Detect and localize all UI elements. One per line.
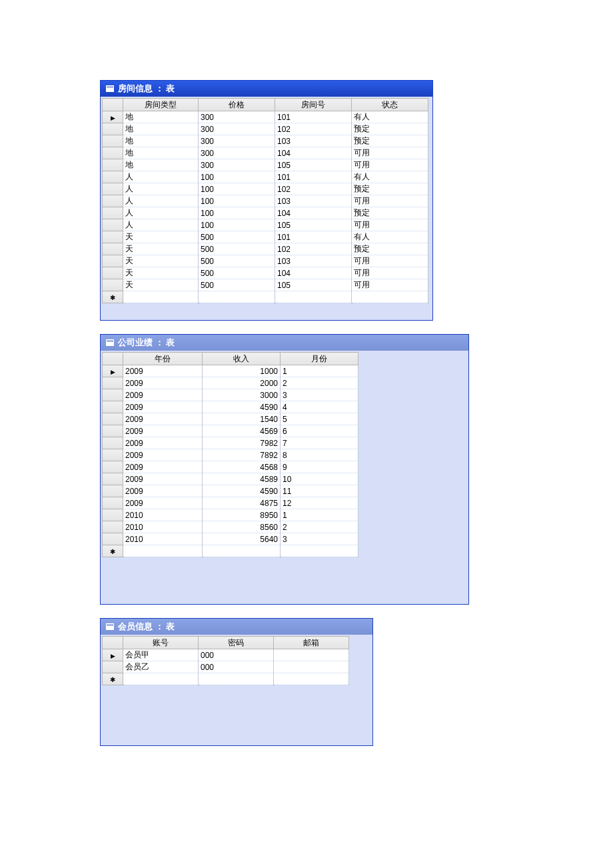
cell[interactable]: 6 bbox=[281, 425, 358, 437]
new-row-selector[interactable] bbox=[103, 673, 123, 685]
cell[interactable]: 2010 bbox=[123, 521, 203, 533]
cell[interactable]: 2009 bbox=[123, 401, 203, 413]
table-row[interactable]: 天500101有人 bbox=[103, 231, 428, 243]
cell[interactable]: 2009 bbox=[123, 377, 203, 389]
cell[interactable]: 预定 bbox=[352, 135, 428, 147]
table-row[interactable]: 天500102预定 bbox=[103, 243, 428, 255]
cell[interactable]: 地 bbox=[123, 111, 199, 123]
select-all-corner[interactable] bbox=[103, 637, 123, 649]
cell[interactable]: 天 bbox=[123, 267, 199, 279]
table-row[interactable]: 天500104可用 bbox=[103, 267, 428, 279]
cell[interactable] bbox=[274, 673, 349, 685]
row-selector[interactable] bbox=[103, 661, 123, 673]
table-row[interactable]: 2009458910 bbox=[103, 473, 358, 485]
table-row[interactable]: 201085602 bbox=[103, 521, 358, 533]
cell[interactable]: 会员甲 bbox=[123, 649, 199, 661]
cell[interactable]: 地 bbox=[123, 135, 199, 147]
cell[interactable]: 地 bbox=[123, 123, 199, 135]
new-row[interactable] bbox=[103, 291, 428, 303]
table-row[interactable]: 会员乙000 bbox=[103, 661, 349, 673]
cell[interactable] bbox=[274, 649, 349, 661]
cell[interactable]: 300 bbox=[199, 159, 275, 171]
cell[interactable]: 10 bbox=[281, 473, 358, 485]
row-selector[interactable] bbox=[103, 255, 123, 267]
table-row[interactable]: 2009459011 bbox=[103, 485, 358, 497]
row-selector[interactable] bbox=[103, 425, 123, 437]
row-selector[interactable] bbox=[103, 533, 123, 545]
cell[interactable]: 2 bbox=[281, 521, 358, 533]
cell[interactable]: 人 bbox=[123, 183, 199, 195]
cell[interactable]: 3 bbox=[281, 533, 358, 545]
table-row[interactable]: 人100105可用 bbox=[103, 219, 428, 231]
row-selector[interactable] bbox=[103, 473, 123, 485]
cell[interactable]: 500 bbox=[199, 279, 275, 291]
col-room-no[interactable]: 房间号 bbox=[275, 99, 352, 111]
cell[interactable]: 9 bbox=[281, 461, 358, 473]
col-email[interactable]: 邮箱 bbox=[274, 637, 349, 649]
table-row[interactable]: 200930003 bbox=[103, 389, 358, 401]
cell[interactable]: 11 bbox=[281, 485, 358, 497]
cell[interactable] bbox=[203, 545, 281, 557]
table-row[interactable]: 201056403 bbox=[103, 533, 358, 545]
col-room-type[interactable]: 房间类型 bbox=[123, 99, 199, 111]
cell[interactable]: 300 bbox=[199, 111, 275, 123]
cell[interactable]: 4590 bbox=[203, 401, 281, 413]
cell[interactable]: 人 bbox=[123, 171, 199, 183]
cell[interactable]: 000 bbox=[199, 649, 274, 661]
row-selector[interactable] bbox=[103, 413, 123, 425]
row-selector[interactable] bbox=[103, 219, 123, 231]
row-selector[interactable] bbox=[103, 509, 123, 521]
cell[interactable]: 5640 bbox=[203, 533, 281, 545]
cell[interactable]: 8560 bbox=[203, 521, 281, 533]
select-all-corner[interactable] bbox=[103, 99, 123, 111]
row-selector[interactable] bbox=[103, 389, 123, 401]
cell[interactable]: 300 bbox=[199, 147, 275, 159]
new-row[interactable] bbox=[103, 673, 349, 685]
cell[interactable]: 可用 bbox=[352, 147, 428, 159]
cell[interactable]: 101 bbox=[275, 171, 352, 183]
row-selector[interactable] bbox=[103, 649, 123, 661]
row-selector[interactable] bbox=[103, 231, 123, 243]
cell[interactable]: 103 bbox=[275, 255, 352, 267]
select-all-corner[interactable] bbox=[103, 353, 123, 365]
cell[interactable]: 4568 bbox=[203, 461, 281, 473]
cell[interactable]: 地 bbox=[123, 147, 199, 159]
row-selector[interactable] bbox=[103, 461, 123, 473]
row-selector[interactable] bbox=[103, 195, 123, 207]
cell[interactable]: 500 bbox=[199, 255, 275, 267]
cell[interactable]: 2009 bbox=[123, 425, 203, 437]
cell[interactable]: 4 bbox=[281, 401, 358, 413]
table-row[interactable]: 人100102预定 bbox=[103, 183, 428, 195]
col-income[interactable]: 收入 bbox=[203, 353, 281, 365]
grid-rooms[interactable]: 房间类型 价格 房间号 状态 地300101有人地300102预定地300103… bbox=[102, 98, 428, 303]
row-selector[interactable] bbox=[103, 497, 123, 509]
cell[interactable]: 有人 bbox=[352, 231, 428, 243]
row-selector[interactable] bbox=[103, 171, 123, 183]
table-row[interactable]: 200945696 bbox=[103, 425, 358, 437]
cell[interactable]: 有人 bbox=[352, 171, 428, 183]
cell[interactable]: 3000 bbox=[203, 389, 281, 401]
cell[interactable]: 天 bbox=[123, 279, 199, 291]
cell[interactable]: 4590 bbox=[203, 485, 281, 497]
cell[interactable]: 2009 bbox=[123, 365, 203, 377]
row-selector[interactable] bbox=[103, 207, 123, 219]
cell[interactable]: 1540 bbox=[203, 413, 281, 425]
cell[interactable]: 100 bbox=[199, 219, 275, 231]
grid-performance[interactable]: 年份 收入 月份 2009100012009200022009300032009… bbox=[102, 352, 358, 557]
table-row[interactable]: 地300104可用 bbox=[103, 147, 428, 159]
cell[interactable]: 500 bbox=[199, 231, 275, 243]
cell[interactable] bbox=[123, 673, 199, 685]
cell[interactable]: 104 bbox=[275, 267, 352, 279]
cell[interactable]: 8950 bbox=[203, 509, 281, 521]
table-row[interactable]: 2009487512 bbox=[103, 497, 358, 509]
table-row[interactable]: 200978928 bbox=[103, 449, 358, 461]
cell[interactable] bbox=[275, 291, 352, 303]
table-row[interactable]: 200979827 bbox=[103, 437, 358, 449]
cell[interactable]: 500 bbox=[199, 267, 275, 279]
cell[interactable]: 地 bbox=[123, 159, 199, 171]
cell[interactable]: 有人 bbox=[352, 111, 428, 123]
cell[interactable]: 300 bbox=[199, 123, 275, 135]
cell[interactable]: 1000 bbox=[203, 365, 281, 377]
table-row[interactable]: 地300103预定 bbox=[103, 135, 428, 147]
cell[interactable]: 7892 bbox=[203, 449, 281, 461]
